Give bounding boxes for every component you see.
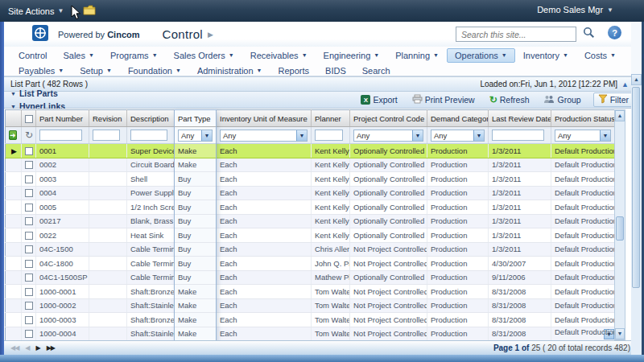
menu-item[interactable]: Reports ▼ [270,64,318,78]
filter-button[interactable]: Filter [593,93,634,107]
grid-vertical-scrollbar[interactable]: ▲ ▼ [614,109,625,340]
table-row[interactable]: ▶ 0022 Heat Sink Buy Each Kent Kelly Opt… [6,228,615,243]
table-row[interactable]: ▶ 0005 1/2 Inch Screw Buy Each Kent Kell… [6,200,615,215]
filter-part-number-input[interactable] [39,130,82,141]
view-menu-button[interactable]: ▼ List Parts [4,87,72,100]
scrollbar-track[interactable] [615,121,625,328]
scroll-up-icon[interactable]: ▲ [615,110,625,121]
column-header-uom[interactable]: Inventory Unit of Measure [217,110,312,127]
row-checkbox[interactable] [25,232,33,240]
cell-planner: Kent Kelly [312,228,350,243]
search-input[interactable] [456,27,576,42]
table-row[interactable]: ▶ 1000-0001 Shaft:Bronze (F Make Each To… [6,285,615,299]
menu-item[interactable]: Programs ▼ [102,48,166,63]
row-checkbox[interactable] [25,161,33,169]
next-page-button[interactable]: ▶ [35,344,39,352]
filter-last-review-date-input[interactable] [492,130,544,141]
filter-demand-category-select[interactable]: Any▼ [431,130,485,142]
table-row[interactable]: ▶ 04C-1800 Cable Terminal Buy Each John … [6,257,615,271]
row-checkbox[interactable] [25,217,33,225]
table-row[interactable]: ▶ 00217 Blank, Brass #2 Buy Each Kent Ke… [6,214,615,228]
menu-item[interactable]: Costs ▼ [576,48,624,63]
view-menu-label: List Parts [19,88,58,98]
menu-item[interactable]: Planning ▼ [387,48,447,63]
row-checkbox[interactable] [25,260,33,268]
row-checkbox[interactable] [25,147,33,155]
column-header-demand-category[interactable]: Demand Category [427,110,489,127]
select-all-checkbox[interactable] [25,115,33,123]
cell-last-review-date: 1/3/2011 [489,214,551,228]
menu-item[interactable]: Engineering ▼ [316,48,388,63]
column-header-production-status[interactable]: Production Status [551,110,615,127]
row-checkbox[interactable] [25,189,33,197]
scrollbar-thumb[interactable] [616,216,624,241]
table-row[interactable]: ▶ 1000-0002 Shaft:Stainless Make Each To… [6,298,615,313]
column-header-project-control-code[interactable]: Project Control Code [350,110,427,127]
menu-item[interactable]: Control ▼ [10,48,55,63]
menu-item[interactable]: Operations ▼ [447,48,515,63]
column-header-last-review-date[interactable]: Last Review Date [489,110,551,127]
menu-item[interactable]: Setup ▼ [72,64,120,78]
filter-description-input[interactable] [130,130,167,141]
menu-item[interactable]: BIDS ▼ [317,64,354,78]
row-checkbox[interactable] [25,330,33,338]
column-header-part-number[interactable]: Part Number [36,110,89,127]
folder-icon[interactable] [83,5,96,17]
user-menu[interactable]: Demo Sales Mgr ▼ [537,5,613,14]
chevron-down-icon: ▼ [563,52,568,58]
column-header-revision[interactable]: Revision [89,110,127,127]
scroll-up-icon[interactable]: ▲ [631,74,642,85]
menu-item[interactable]: Payables ▼ [10,64,72,78]
last-page-button[interactable]: ▶▶ [47,344,55,352]
table-row[interactable]: ▶ 0002 Circuit Board Make Each Kent Kell… [6,158,615,172]
table-row[interactable]: ▶ 1000-0004 Shaft:Stainless Make Each To… [6,327,615,341]
table-row[interactable]: ▶ 1000-0003 Shaft:Bronze (F Make Each To… [6,313,615,327]
export-button[interactable]: X Export [358,94,399,105]
column-header-description[interactable]: Description [127,110,175,127]
row-checkbox[interactable] [25,288,33,296]
menu-item[interactable]: Receivables ▼ [242,48,316,63]
search-icon[interactable] [583,27,595,42]
cell-part-type: Buy [175,172,217,187]
cell-project-control-code: Optionally Controlled [350,172,427,187]
filter-uom-select[interactable]: Any▼ [220,130,308,142]
collapse-panel-icon[interactable]: ▲ [621,80,629,88]
menu-item[interactable]: Foundation ▼ [120,64,189,78]
row-checkbox[interactable] [25,302,33,310]
help-icon[interactable]: ? [608,26,621,39]
refresh-button[interactable]: ↻ Refresh [487,94,532,105]
menu-item[interactable]: Search ▼ [354,64,398,78]
row-checkbox[interactable] [25,316,33,324]
menu-item[interactable]: Sales Orders ▼ [166,48,242,63]
group-button[interactable]: Group [541,94,583,106]
filter-revision-input[interactable] [93,130,120,141]
menu-item[interactable]: Inventory ▼ [515,48,576,63]
previous-page-button[interactable]: ◀ [25,344,29,352]
table-row[interactable]: ▶ 0004 Power Supply Buy Each Kent Kelly … [6,186,615,200]
table-row[interactable]: ▶ 04C-1500 Cable Terminal Buy Each Chris… [6,242,615,257]
scrollbar-thumb[interactable] [632,87,640,288]
table-row[interactable]: ▶ 0001 Super Device Make Each Kent Kelly… [6,144,615,158]
cell-last-review-date: 8/31/2008 [489,313,551,327]
first-page-button[interactable]: ◀◀ [10,344,19,352]
table-row[interactable]: ▶ 0003 Shell Buy Each Kent Kelly Optiona… [6,172,615,187]
print-preview-button[interactable]: Print Preview [410,93,477,106]
filter-production-status-select[interactable]: Any▼ [555,130,611,142]
site-actions-menu[interactable]: Site Actions ▼ [0,0,72,22]
filter-project-control-code-select[interactable]: Any▼ [353,130,423,142]
row-checkbox[interactable] [25,274,33,282]
filter-planner-input[interactable] [315,130,343,141]
filter-part-type-select[interactable]: Any▼ [178,130,213,142]
scroll-down-icon[interactable]: ▼ [615,328,625,339]
row-checkbox[interactable] [25,175,33,183]
apply-filter-button[interactable]: ➜ [9,130,17,140]
table-row[interactable]: ▶ 04C1-1500SP Cable Terminal Buy Each Ma… [6,270,615,285]
clear-filter-icon[interactable]: ↻ [25,130,33,141]
row-checkbox[interactable] [25,204,33,212]
row-checkbox[interactable] [25,245,33,253]
page-vertical-scrollbar[interactable]: ▲ [631,74,642,355]
menu-item[interactable]: Sales ▼ [55,48,101,63]
column-header-part-type[interactable]: Part Type [175,110,217,127]
column-header-planner[interactable]: Planner [312,110,350,127]
menu-item[interactable]: Administration ▼ [189,64,270,78]
